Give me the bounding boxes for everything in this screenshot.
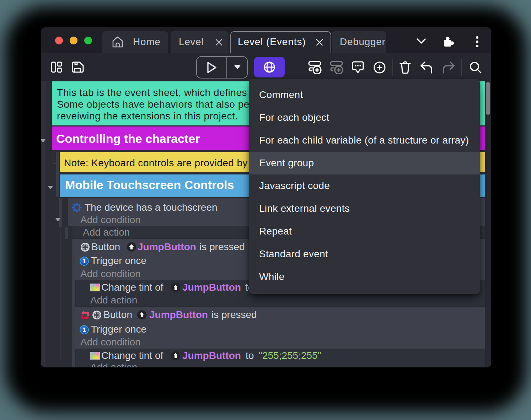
svg-text:1: 1: [82, 327, 86, 333]
svg-text:1: 1: [82, 258, 86, 265]
